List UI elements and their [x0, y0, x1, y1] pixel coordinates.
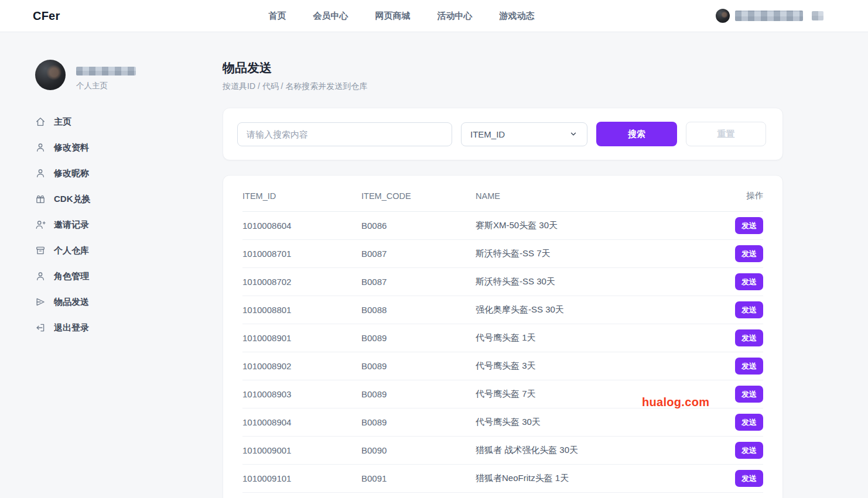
navbar-avatar [716, 9, 730, 23]
sidebar-item-6[interactable]: 角色管理 [35, 263, 223, 289]
archive-icon [35, 245, 46, 256]
cell-item-code: B0087 [361, 277, 476, 287]
send-item-button[interactable]: 发送 [735, 273, 763, 290]
cell-item-name: 赛斯XM-50头盔 30天 [476, 220, 726, 231]
table-row: 1010009101B0091猎狐者NeoFritz头盔 1天发送 [242, 465, 763, 493]
top-nav: 首页会员中心网页商城活动中心游戏动态 [268, 11, 534, 22]
table-body: 1010008604B0086赛斯XM-50头盔 30天发送1010008701… [242, 212, 763, 493]
navbar-user-menu[interactable] [716, 9, 823, 23]
site-watermark: hualog.com [642, 396, 709, 409]
cell-item-code: B0089 [361, 417, 476, 427]
sidebar-item-label: 个人仓库 [54, 245, 89, 256]
table-row: 1010008904B0089代号鹰头盔 30天发送 [242, 408, 763, 437]
chevron-down-icon [569, 130, 577, 138]
logout-icon [35, 322, 46, 333]
cell-item-id: 1010008801 [242, 305, 361, 315]
cell-item-code: B0088 [361, 305, 476, 315]
sidebar-item-1[interactable]: 修改资料 [35, 135, 223, 160]
cell-item-id: 1010009101 [242, 473, 361, 483]
cell-item-name: 强化奥摩头盔-SS 30天 [476, 304, 726, 315]
cell-item-code: B0087 [361, 249, 476, 259]
cell-item-name: 代号鹰头盔 1天 [476, 332, 726, 344]
cell-item-name: 猎狐者 战术强化头盔 30天 [476, 445, 726, 456]
home-icon [35, 116, 46, 127]
sidebar: 个人主页 主页修改资料修改昵称CDK兑换邀请记录个人仓库角色管理物品发送退出登录 [35, 60, 223, 498]
sidebar-item-label: 角色管理 [54, 271, 89, 282]
page-content: 个人主页 主页修改资料修改昵称CDK兑换邀请记录个人仓库角色管理物品发送退出登录… [0, 32, 868, 498]
send-icon [35, 297, 46, 307]
sidebar-item-label: 修改资料 [54, 142, 89, 153]
send-item-button[interactable]: 发送 [735, 358, 763, 375]
cell-item-id: 1010008701 [242, 249, 361, 259]
search-card: ITEM_ID 搜索 重置 [223, 108, 783, 160]
send-item-button[interactable]: 发送 [735, 217, 763, 234]
cell-item-id: 1010008903 [242, 389, 361, 399]
search-field-selected-value: ITEM_ID [470, 129, 505, 139]
sidebar-menu: 主页修改资料修改昵称CDK兑换邀请记录个人仓库角色管理物品发送退出登录 [35, 109, 223, 341]
cell-item-id: 1010008604 [242, 221, 361, 231]
send-item-button[interactable]: 发送 [735, 245, 763, 262]
table-row: 1010008702B0087斯沃特头盔-SS 30天发送 [242, 268, 763, 296]
cell-item-code: B0089 [361, 361, 476, 371]
send-item-button[interactable]: 发送 [735, 442, 763, 459]
cell-item-code: B0090 [361, 445, 476, 455]
user-plus-icon [35, 219, 46, 230]
sidebar-profile: 个人主页 [35, 60, 223, 91]
search-input[interactable] [237, 122, 452, 146]
sidebar-item-3[interactable]: CDK兑换 [35, 186, 223, 212]
sidebar-item-label: 物品发送 [54, 297, 89, 308]
nav-item-3[interactable]: 活动中心 [437, 11, 472, 22]
sidebar-item-7[interactable]: 物品发送 [35, 289, 223, 315]
sidebar-item-label: 退出登录 [54, 322, 89, 334]
sidebar-item-8[interactable]: 退出登录 [35, 315, 223, 341]
send-item-button[interactable]: 发送 [735, 329, 763, 346]
nav-item-4[interactable]: 游戏动态 [499, 11, 534, 22]
sidebar-item-5[interactable]: 个人仓库 [35, 238, 223, 263]
column-header-item-id: ITEM_ID [242, 191, 361, 201]
user-icon [35, 168, 46, 178]
page-subtitle: 按道具ID / 代码 / 名称搜索并发送到仓库 [223, 81, 783, 92]
page-title: 物品发送 [223, 60, 783, 76]
sidebar-item-2[interactable]: 修改昵称 [35, 160, 223, 186]
send-item-button[interactable]: 发送 [735, 301, 763, 318]
sidebar-item-0[interactable]: 主页 [35, 109, 223, 135]
table-row: 1010008701B0087斯沃特头盔-SS 7天发送 [242, 240, 763, 268]
column-header-actions: 操作 [726, 190, 763, 201]
search-button[interactable]: 搜索 [596, 122, 677, 146]
cell-item-id: 1010008902 [242, 361, 361, 371]
cell-item-id: 1010008702 [242, 277, 361, 287]
cell-item-code: B0091 [361, 473, 476, 483]
nav-item-1[interactable]: 会员中心 [313, 11, 348, 22]
table-row: 1010008604B0086赛斯XM-50头盔 30天发送 [242, 212, 763, 240]
sidebar-item-label: CDK兑换 [54, 194, 91, 205]
items-table-card: ITEM_ID ITEM_CODE NAME 操作 1010008604B008… [223, 175, 783, 498]
profile-home-link[interactable]: 个人主页 [76, 81, 136, 91]
censored-badge-blur [812, 11, 823, 20]
nav-item-2[interactable]: 网页商城 [375, 11, 410, 22]
cell-item-id: 1010009001 [242, 445, 361, 455]
cell-item-name: 代号鹰头盔 3天 [476, 360, 726, 372]
cell-item-code: B0086 [361, 221, 476, 231]
send-item-button[interactable]: 发送 [735, 470, 763, 487]
table-row: 1010008801B0088强化奥摩头盔-SS 30天发送 [242, 296, 763, 324]
sidebar-item-4[interactable]: 邀请记录 [35, 212, 223, 238]
cell-item-code: B0089 [361, 389, 476, 399]
user-icon [35, 271, 46, 281]
censored-profile-name-blur [76, 67, 136, 75]
reset-button[interactable]: 重置 [686, 122, 766, 146]
cell-item-name: 代号鹰头盔 30天 [476, 417, 726, 428]
brand-logo[interactable]: CFer [33, 9, 60, 23]
censored-username-blur [735, 11, 803, 21]
search-field-select[interactable]: ITEM_ID [461, 122, 587, 146]
cell-item-code: B0089 [361, 333, 476, 343]
cell-item-id: 1010008901 [242, 333, 361, 343]
user-icon [35, 142, 46, 153]
column-header-name: NAME [476, 191, 726, 201]
send-item-button[interactable]: 发送 [735, 386, 763, 403]
nav-item-0[interactable]: 首页 [268, 11, 286, 22]
main-panel: 物品发送 按道具ID / 代码 / 名称搜索并发送到仓库 ITEM_ID 搜索 … [223, 60, 783, 498]
send-item-button[interactable]: 发送 [735, 414, 763, 431]
profile-avatar [35, 60, 66, 90]
cell-item-id: 1010008904 [242, 417, 361, 427]
gift-icon [35, 194, 46, 204]
